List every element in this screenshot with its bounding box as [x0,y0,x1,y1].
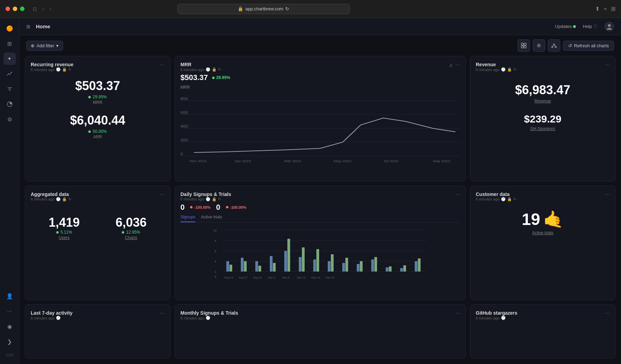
clock-icon: 🕐 [56,67,61,72]
sidebar-item-more[interactable]: ··· [3,305,16,317]
sidebar-item-grid[interactable]: ⊞ [3,37,16,50]
lock-icon: 🔒 [238,6,243,11]
svg-point-13 [552,46,553,48]
sidebar-item-chart[interactable] [3,68,16,80]
view-icon-btn-2[interactable] [533,39,545,52]
close-button[interactable] [6,7,10,11]
svg-text:Sep 12: Sep 12 [297,276,306,279]
svg-text:6: 6 [215,249,216,253]
card-title: Monthly Signups & Trials [180,310,238,316]
address-bar[interactable]: 🔒 app.chartbrew.com ↻ [177,4,350,14]
card-menu-icon[interactable]: ··· [455,62,460,68]
sync-icon: ↻ [68,67,71,72]
maximize-button[interactable] [20,7,24,11]
card-header: Last 7-day activity 6 minutes ago 🕐 ··· [31,310,165,320]
clock-icon: 🕐 [206,316,210,320]
sidebar-item-monitor[interactable]: ◉ [3,320,16,333]
svg-line-16 [554,45,556,46]
card-menu-icon[interactable]: ··· [455,310,460,316]
trials-value: 0 [216,203,220,212]
sidebar-item-pie[interactable] [3,98,16,110]
svg-text:600: 600 [180,111,188,115]
refresh-all-charts-button[interactable]: ↺ Refresh all charts [563,41,614,51]
sidebar-item-add[interactable]: + [3,52,16,65]
svg-rect-58 [328,261,331,272]
github-stargazers-card: GitHub stargazers 6 minutes ago 🕐 ··· [470,304,615,358]
card-menu-icon[interactable]: ··· [160,191,165,198]
card-subtitle: 6 minutes ago 🕐 🔒 ↻ [476,67,516,72]
clock-icon: 🕐 [501,197,506,201]
charts-kpi: 6,036 12.95% Charts [98,215,165,240]
card-subtitle: 6 minutes ago 🕐 [476,316,518,320]
svg-rect-57 [316,249,319,272]
revenue-label: Revenue [476,99,610,104]
filter-icon[interactable]: ⊿ [448,62,453,68]
view-icon-btn-1[interactable] [518,39,530,52]
back-icon[interactable]: ‹ [41,6,46,12]
refresh-icon[interactable]: ↻ [285,6,289,11]
mrr-header-vals: $503.37 29.95% [180,73,460,82]
card-header: Daily Signups & Trials 6 minutes ago 🕐 🔒… [180,191,460,201]
toolbar: ⊕ Add filter ▾ [19,35,621,56]
card-subtitle: 6 minutes ago 🕐 [31,316,72,320]
card-subtitle: 6 minutes ago 🕐 🔒 ↻ [31,197,71,201]
svg-rect-47 [244,261,247,272]
charts-label[interactable]: Charts [98,235,165,240]
minimize-button[interactable] [13,7,17,11]
lock-icon: 🔒 [62,197,67,201]
topnav: ⊞ Home Updates Help ♡ [19,18,621,35]
card-menu-icon[interactable]: ··· [160,310,165,316]
clock-icon: 🕐 [56,316,61,320]
updates-link[interactable]: Updates [555,24,576,29]
svg-rect-69 [403,265,406,272]
sidebar-item-users[interactable]: 👤 [3,290,16,302]
charts-change: 12.95% [98,230,165,235]
svg-text:Sep 16: Sep 16 [311,276,320,279]
forward-icon[interactable]: › [48,6,53,12]
card-title: Daily Signups & Trials [180,191,231,197]
add-filter-button[interactable]: ⊕ Add filter ▾ [26,41,63,51]
card-menu-icon[interactable]: ··· [605,310,610,316]
monthly-signups-card: Monthly Signups & Trials 6 minutes ago 🕐… [175,304,466,358]
svg-text:400: 400 [180,125,188,128]
updates-dot [573,25,576,28]
view-icon-btn-3[interactable] [548,39,560,52]
tab-active-trials[interactable]: Active trials [201,215,222,222]
main-content: ⊞ Home Updates Help ♡ [19,18,621,364]
sidebar-item-settings[interactable]: ⚙ [3,113,16,126]
sidebar-item-filter[interactable] [3,83,16,95]
sidebar-logo[interactable]: 🟠 [3,22,16,35]
svg-rect-51 [273,263,276,272]
sidebar-toggle-icon[interactable]: ⊡ [31,6,38,12]
svg-rect-55 [302,247,305,272]
user-avatar[interactable] [604,22,614,31]
card-menu-icon[interactable]: ··· [605,191,610,198]
card-header: Aggregated data 6 minutes ago 🕐 🔒 ↻ ··· [31,191,165,201]
sidebar-item-expand[interactable]: ❯ [3,335,16,348]
card-menu-icon[interactable]: ··· [160,62,165,68]
svg-rect-54 [299,257,302,272]
grid-view-icon[interactable]: ⊞ [611,6,615,12]
share-icon[interactable]: ⬆ [595,6,600,12]
card-menu-icon[interactable]: ··· [605,62,610,68]
mrr-card: MRR 6 minutes ago 🕐 🔒 ↻ ⊿ ··· [175,56,466,181]
svg-rect-7 [524,43,526,45]
svg-text:Aug 23: Aug 23 [224,276,233,279]
sidebar: 🟠 ⊞ + ⚙ 👤 ··· ◉ ❯ 2. [0,18,19,364]
new-tab-icon[interactable]: + [604,6,607,12]
mrr-amount: $503.37 [31,79,165,93]
svg-text:200: 200 [180,138,188,142]
toolbar-right: ↺ Refresh all charts [518,39,614,52]
customer-kpi: 19 🤙 Active trials [476,210,610,235]
svg-rect-8 [521,46,523,48]
tab-signups[interactable]: Signups [180,215,195,222]
svg-text:Sep 2022: Sep 2022 [433,159,451,163]
card-menu-icon[interactable]: ··· [455,191,460,198]
signups-header: 0 -100.00% 0 -100.00% [180,203,460,212]
svg-text:Mar 2022: Mar 2022 [284,159,301,163]
svg-text:Jan 2022: Jan 2022 [235,159,252,163]
help-link[interactable]: Help ♡ [583,24,598,29]
svg-rect-44 [226,261,229,272]
users-label[interactable]: Users [31,235,98,240]
svg-rect-65 [374,257,377,272]
